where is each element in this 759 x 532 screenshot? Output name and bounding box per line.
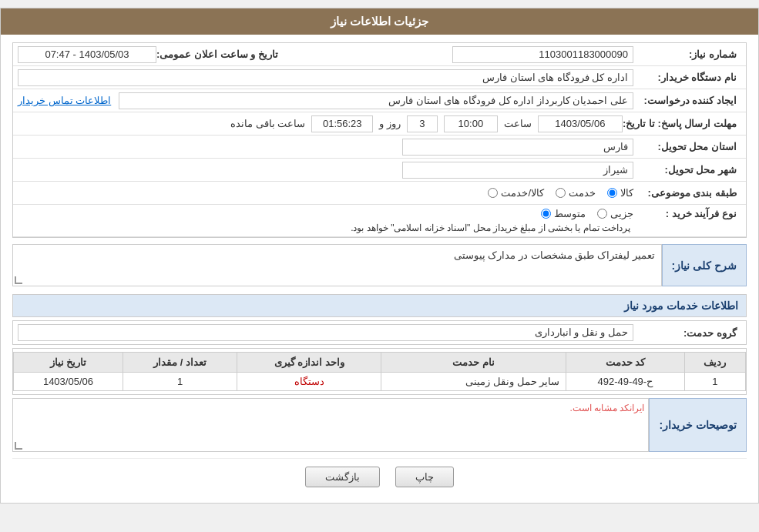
radio-kala[interactable]: کالا [607, 187, 633, 199]
radio-khedmat-input[interactable] [556, 188, 566, 198]
radio-kala-khedmat-label: کالا/خدمت [501, 187, 544, 199]
remaining-label: ساعت باقی مانده [230, 118, 305, 129]
buyer-notes-resize-handle [15, 442, 22, 450]
need-description-box: تعمیر لیفتراک طبق مشخصات در مدارک پیوستی [12, 244, 662, 286]
process-type-label: نوع فرآیند خرید : [633, 208, 741, 219]
radio-kala-label: کالا [620, 187, 633, 199]
remaining-time: 01:56:23 [311, 115, 373, 132]
process-description: پرداخت تمام یا بخشی از مبلغ خریداز محل "… [18, 223, 633, 233]
cell-service-name: سایر حمل ونقل زمینی [381, 373, 566, 391]
buyer-notes-box: ایرانکد مشابه است. [12, 398, 649, 452]
cell-service-code: ح-49-49-492 [566, 373, 684, 391]
radio-kala-khedmat[interactable]: کالا/خدمت [488, 187, 544, 199]
response-deadline-label: مهلت ارسال پاسخ: تا تاریخ: [623, 118, 741, 129]
radio-motavaset-label: متوسط [554, 208, 586, 219]
radio-motavaset-input[interactable] [541, 209, 551, 219]
response-deadline-row: مهلت ارسال پاسخ: تا تاریخ: 1403/05/06 سا… [13, 112, 746, 136]
response-date: 1403/05/06 [538, 115, 623, 132]
radio-jozii-label: جزیی [610, 208, 633, 219]
col-unit: واحد اندازه گیری [237, 353, 381, 373]
table-row: 1 ح-49-49-492 سایر حمل ونقل زمینی دستگاه… [14, 373, 746, 391]
city-value: شیراز [402, 162, 633, 179]
print-button[interactable]: چاپ [395, 467, 454, 487]
creator-row: ایجاد کننده درخواست: علی احمدیان کاربردا… [13, 89, 746, 112]
process-type-row: نوع فرآیند خرید : متوسط جزیی پرداخت تمام… [13, 205, 746, 237]
response-time: 10:00 [444, 115, 498, 132]
radio-khedmat[interactable]: خدمت [556, 187, 596, 199]
radio-jozii[interactable]: جزیی [597, 208, 633, 219]
content-area: شماره نیاز: 1103001183000090 تاریخ و ساع… [1, 35, 758, 503]
radio-kala-khedmat-input[interactable] [488, 188, 498, 198]
announce-datetime-label: تاریخ و ساعت اعلان عمومی: [156, 49, 283, 60]
page-header: جزئیات اطلاعات نیاز [1, 8, 758, 35]
buyer-org-value: اداره کل فرودگاه های استان فارس [18, 69, 633, 86]
buyer-notes-section: توصیحات خریدار: ایرانکد مشابه است. [12, 398, 747, 452]
response-days: 3 [407, 115, 438, 132]
service-group-row: گروه حدمت: حمل و نقل و انبارداری [12, 320, 747, 345]
need-number-value: 1103001183000090 [452, 46, 633, 63]
radio-motavaset[interactable]: متوسط [541, 208, 586, 219]
city-row: شهر محل تحویل: شیراز [13, 159, 746, 182]
cell-row-num: 1 [684, 373, 746, 391]
deadline-inline: 1403/05/06 ساعت 10:00 3 روز و 01:56:23 س… [18, 115, 623, 132]
province-value: فارس [402, 139, 633, 156]
buyer-org-label: نام دستگاه خریدار: [633, 72, 741, 83]
buyer-notes-label: توصیحات خریدار: [649, 398, 747, 452]
response-days-label: روز و [379, 118, 401, 129]
services-section-header: اطلاعات خدمات مورد نیاز [12, 294, 747, 317]
contact-link[interactable]: اطلاعات تماس خریدار [18, 95, 111, 106]
service-table: ردیف کد حدمت نام حدمت واحد اندازه گیری ت… [13, 352, 746, 391]
page-title: جزئیات اطلاعات نیاز [331, 15, 428, 28]
buyer-org-row: نام دستگاه خریدار: اداره کل فرودگاه های … [13, 66, 746, 89]
col-date: تاریخ نیاز [14, 353, 123, 373]
back-button[interactable]: بازگشت [305, 467, 380, 487]
creator-value: علی احمدیان کاربرداز اداره کل فرودگاه ها… [119, 92, 633, 109]
province-label: استان محل تحویل: [633, 141, 741, 152]
category-label: طبقه بندی موضوعی: [633, 187, 741, 199]
radio-jozii-input[interactable] [597, 209, 607, 219]
col-row-num: ردیف [684, 353, 746, 373]
button-bar: چاپ بازگشت [12, 458, 747, 495]
main-form-section: شماره نیاز: 1103001183000090 تاریخ و ساع… [12, 42, 747, 238]
creator-label: ایجاد کننده درخواست: [633, 95, 741, 106]
announce-datetime-value: 1403/05/03 - 07:47 [18, 46, 156, 63]
service-group-label: گروه حدمت: [633, 327, 741, 339]
cell-quantity: 1 [123, 373, 237, 391]
col-service-code: کد حدمت [566, 353, 684, 373]
col-service-name: نام حدمت [381, 353, 566, 373]
category-radio-group: کالا/خدمت خدمت کالا [488, 187, 633, 199]
table-header-row: ردیف کد حدمت نام حدمت واحد اندازه گیری ت… [14, 353, 746, 373]
need-number-row: شماره نیاز: 1103001183000090 تاریخ و ساع… [13, 43, 746, 66]
buyer-notes-text: ایرانکد مشابه است. [17, 403, 644, 413]
city-label: شهر محل تحویل: [633, 164, 741, 176]
need-description-section: شرح کلی نیاز: تعمیر لیفتراک طبق مشخصات د… [12, 244, 747, 286]
main-container: جزئیات اطلاعات نیاز شماره نیاز: 11030011… [0, 8, 759, 504]
category-row: طبقه بندی موضوعی: کالا/خدمت خدمت کالا [13, 182, 746, 205]
response-time-label: ساعت [504, 118, 532, 129]
province-row: استان محل تحویل: فارس [13, 136, 746, 159]
service-table-wrapper: ردیف کد حدمت نام حدمت واحد اندازه گیری ت… [12, 348, 747, 395]
radio-khedmat-label: خدمت [569, 187, 596, 199]
need-number-label: شماره نیاز: [633, 49, 741, 60]
need-description-label: شرح کلی نیاز: [662, 244, 747, 286]
service-group-value: حمل و نقل و انبارداری [18, 324, 633, 341]
process-type-radio-group: متوسط جزیی [18, 208, 633, 219]
need-description-value: تعمیر لیفتراک طبق مشخصات در مدارک پیوستی [13, 245, 661, 266]
col-quantity: تعداد / مقدار [123, 353, 237, 373]
resize-handle [15, 276, 22, 284]
cell-unit: دستگاه [237, 373, 381, 391]
cell-date: 1403/05/06 [14, 373, 123, 391]
radio-kala-input[interactable] [607, 188, 617, 198]
